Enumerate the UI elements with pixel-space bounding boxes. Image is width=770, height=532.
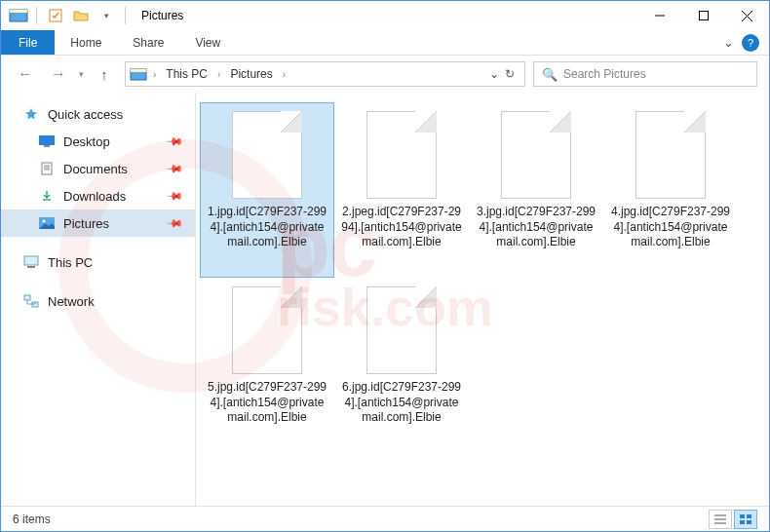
file-tab[interactable]: File bbox=[1, 30, 55, 55]
pin-icon: 📌 bbox=[165, 159, 183, 177]
refresh-button[interactable]: ↻ bbox=[505, 67, 515, 81]
sidebar-network[interactable]: Network bbox=[1, 287, 195, 315]
search-icon: 🔍 bbox=[542, 67, 558, 82]
svg-rect-20 bbox=[24, 295, 30, 300]
file-icon bbox=[501, 111, 571, 199]
pictures-icon bbox=[38, 215, 56, 231]
svg-rect-31 bbox=[747, 520, 751, 524]
svg-rect-4 bbox=[699, 12, 708, 20]
file-list[interactable]: 1.jpg.id[C279F237-2994].[antich154@priva… bbox=[196, 93, 769, 506]
details-view-button[interactable] bbox=[709, 510, 732, 529]
sidebar-item-label: Pictures bbox=[63, 216, 109, 231]
sidebar-item-pictures[interactable]: Pictures 📌 bbox=[1, 209, 195, 237]
close-button[interactable] bbox=[725, 1, 769, 30]
titlebar: ▾ Pictures bbox=[1, 1, 769, 30]
file-icon bbox=[635, 111, 706, 199]
address-dropdown-icon[interactable]: ⌄ bbox=[489, 67, 499, 81]
svg-rect-28 bbox=[740, 514, 745, 518]
tab-home[interactable]: Home bbox=[55, 30, 117, 55]
file-name: 1.jpg.id[C279F237-2994].[antich154@priva… bbox=[207, 205, 327, 250]
file-item[interactable]: 2.jpeg.id[C279F237-2994].[antich154@priv… bbox=[334, 102, 469, 278]
item-count: 6 items bbox=[13, 513, 51, 526]
app-icon bbox=[9, 8, 28, 23]
breadcrumb-pictures[interactable]: Pictures bbox=[226, 67, 276, 81]
star-icon bbox=[22, 106, 40, 122]
desktop-icon bbox=[38, 133, 56, 149]
search-input[interactable]: 🔍 Search Pictures bbox=[533, 61, 757, 87]
sidebar-item-desktop[interactable]: Desktop 📌 bbox=[1, 128, 195, 155]
ribbon-expand-icon[interactable]: ⌄ bbox=[723, 35, 734, 50]
file-item[interactable]: 5.jpg.id[C279F237-2994].[antich154@priva… bbox=[200, 278, 334, 453]
pin-icon: 📌 bbox=[165, 213, 183, 232]
svg-rect-9 bbox=[39, 135, 55, 145]
maximize-button[interactable] bbox=[681, 1, 725, 30]
status-bar: 6 items bbox=[1, 506, 769, 531]
qat-newfolder-button[interactable] bbox=[70, 5, 92, 26]
file-name: 3.jpg.id[C279F237-2994].[antich154@priva… bbox=[476, 205, 597, 250]
navigation-pane: Quick access Desktop 📌 Documents 📌 Downl… bbox=[1, 93, 196, 506]
search-placeholder: Search Pictures bbox=[563, 67, 646, 81]
svg-rect-29 bbox=[747, 514, 751, 518]
file-name: 5.jpg.id[C279F237-2994].[antich154@priva… bbox=[207, 380, 327, 426]
file-name: 4.jpg.id[C279F237-2994].[antich154@priva… bbox=[610, 205, 731, 250]
network-icon bbox=[22, 293, 40, 309]
sidebar-item-documents[interactable]: Documents 📌 bbox=[1, 155, 195, 182]
file-name: 2.jpeg.id[C279F237-2994].[antich154@priv… bbox=[341, 205, 462, 250]
documents-icon bbox=[38, 161, 56, 176]
file-icon bbox=[232, 286, 302, 374]
qat-properties-button[interactable] bbox=[45, 5, 66, 26]
location-icon bbox=[130, 67, 147, 81]
window-title: Pictures bbox=[141, 9, 183, 22]
forward-button[interactable]: → bbox=[46, 61, 71, 87]
file-icon bbox=[232, 111, 302, 199]
svg-rect-19 bbox=[27, 266, 35, 268]
icons-view-button[interactable] bbox=[734, 510, 757, 529]
nav-toolbar: ← → ▾ ↑ › This PC › Pictures › ⌄ ↻ 🔍 Sea… bbox=[1, 56, 769, 93]
computer-icon bbox=[22, 254, 40, 270]
sidebar-item-label: Desktop bbox=[63, 134, 110, 149]
pin-icon: 📌 bbox=[165, 132, 183, 150]
tab-view[interactable]: View bbox=[179, 30, 236, 55]
file-icon bbox=[366, 286, 437, 374]
svg-rect-18 bbox=[24, 256, 38, 265]
file-icon bbox=[366, 111, 437, 199]
chevron-right-icon[interactable]: › bbox=[151, 69, 158, 80]
sidebar-item-label: This PC bbox=[48, 255, 93, 270]
minimize-button[interactable] bbox=[637, 1, 681, 30]
address-bar[interactable]: › This PC › Pictures › ⌄ ↻ bbox=[125, 61, 525, 87]
svg-rect-10 bbox=[44, 145, 50, 147]
up-button[interactable]: ↑ bbox=[92, 61, 117, 87]
history-dropdown[interactable]: ▾ bbox=[79, 69, 84, 79]
downloads-icon bbox=[38, 188, 56, 204]
file-name: 6.jpg.id[C279F237-2994].[antich154@priva… bbox=[341, 380, 462, 426]
sidebar-item-label: Downloads bbox=[63, 189, 126, 204]
chevron-right-icon[interactable]: › bbox=[281, 69, 288, 80]
help-button[interactable]: ? bbox=[742, 34, 759, 52]
tab-share[interactable]: Share bbox=[117, 30, 179, 55]
sidebar-this-pc[interactable]: This PC bbox=[1, 248, 195, 276]
svg-rect-11 bbox=[42, 163, 52, 174]
svg-rect-30 bbox=[740, 520, 745, 524]
pin-icon: 📌 bbox=[165, 186, 183, 205]
file-item[interactable]: 3.jpg.id[C279F237-2994].[antich154@priva… bbox=[469, 102, 603, 278]
svg-rect-1 bbox=[10, 10, 27, 13]
ribbon-tabs: File Home Share View ⌄ ? bbox=[1, 30, 769, 56]
qat-customize-dropdown[interactable]: ▾ bbox=[96, 5, 117, 26]
file-item[interactable]: 6.jpg.id[C279F237-2994].[antich154@priva… bbox=[334, 278, 469, 453]
explorer-window: ▾ Pictures File Home Share View ⌄ ? ← → … bbox=[0, 0, 770, 532]
sidebar-item-downloads[interactable]: Downloads 📌 bbox=[1, 182, 195, 209]
file-item[interactable]: 4.jpg.id[C279F237-2994].[antich154@priva… bbox=[603, 102, 738, 278]
back-button[interactable]: ← bbox=[13, 61, 38, 87]
chevron-right-icon[interactable]: › bbox=[215, 69, 222, 80]
sidebar-item-label: Documents bbox=[63, 162, 128, 176]
sidebar-item-label: Quick access bbox=[48, 107, 123, 122]
breadcrumb-thispc[interactable]: This PC bbox=[162, 67, 212, 81]
svg-rect-8 bbox=[131, 69, 146, 72]
sidebar-item-label: Network bbox=[48, 294, 95, 309]
svg-point-17 bbox=[43, 220, 46, 223]
file-item[interactable]: 1.jpg.id[C279F237-2994].[antich154@priva… bbox=[200, 102, 334, 278]
sidebar-quick-access[interactable]: Quick access bbox=[1, 100, 195, 128]
